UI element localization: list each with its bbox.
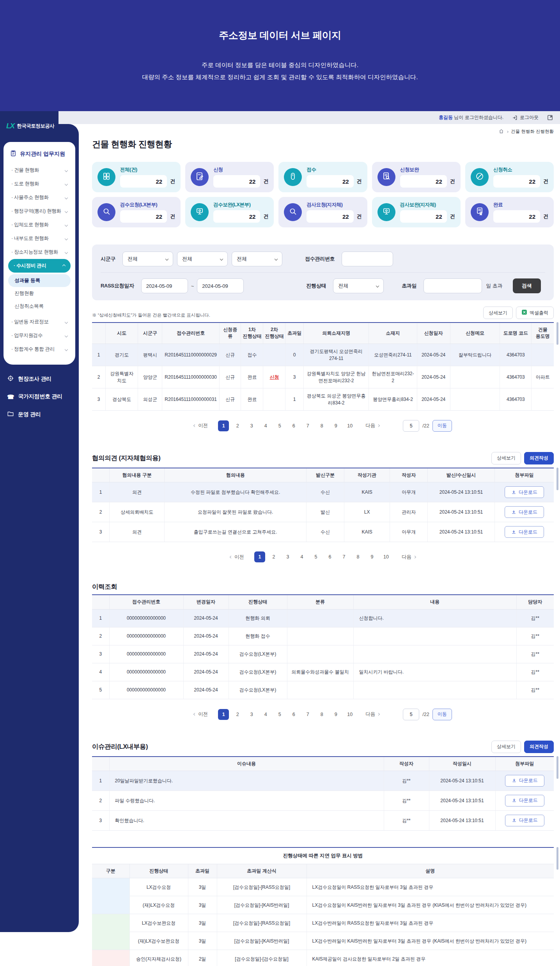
- overdue-input[interactable]: [424, 278, 482, 293]
- target-icon: [7, 375, 14, 383]
- logout-button[interactable]: 로그아웃: [512, 114, 539, 121]
- page-number-button[interactable]: 8: [316, 420, 327, 431]
- next-page-button[interactable]: 다음: [402, 554, 416, 560]
- table-cell: 다운로드: [495, 771, 554, 791]
- page-go-button[interactable]: 이동: [432, 709, 452, 720]
- hero-subtitle-1: 주로 데이터 정보를 담은 테이블 중심의 디자인하였습니다.: [0, 59, 560, 71]
- sidebar-bottom-item[interactable]: 운영 관리: [7, 410, 72, 418]
- page-number-button[interactable]: 2: [268, 551, 279, 562]
- download-button[interactable]: 다운로드: [505, 775, 544, 787]
- page-number-button[interactable]: 9: [330, 709, 341, 720]
- sidebar-item[interactable]: · 입체도로 현행화: [8, 218, 71, 232]
- sidebar-item[interactable]: · 수시정비 관리: [8, 259, 71, 273]
- status-select[interactable]: 전체: [333, 278, 384, 293]
- page-number-button[interactable]: 1: [254, 551, 265, 562]
- delay-table-wrapper: 진행상태에 따른 지연 업무 표시 방법구분진행상태초과일초과일 계산식설명LX…: [92, 847, 554, 966]
- issue-write-button[interactable]: 의견작성: [524, 741, 554, 753]
- page-number-button[interactable]: 3: [246, 709, 257, 720]
- sidebar-bottom-item[interactable]: 현장조사 관리: [7, 375, 72, 383]
- page-number-button[interactable]: 6: [288, 420, 299, 431]
- date-to-input[interactable]: [197, 278, 244, 293]
- page-number-button[interactable]: 2: [232, 420, 243, 431]
- download-button[interactable]: 다운로드: [505, 486, 544, 498]
- status-card-label: 완료: [493, 202, 548, 208]
- page-number-button[interactable]: 3: [246, 420, 257, 431]
- sidebar-item[interactable]: · 업무지원검수: [8, 329, 71, 342]
- page-number-button[interactable]: 4: [260, 709, 271, 720]
- eupmyeondong-select[interactable]: 전체: [232, 252, 282, 266]
- table-cell: 1: [92, 771, 109, 791]
- date-from-input[interactable]: [141, 278, 188, 293]
- fullscreen-button[interactable]: [547, 115, 553, 121]
- sidebar-item[interactable]: · 장소지능정보 현행화: [8, 245, 71, 259]
- red-status-link[interactable]: 신청: [269, 374, 279, 380]
- sidebar-item[interactable]: · 사물주소 현행화: [8, 191, 71, 204]
- prev-page-button[interactable]: 이전: [194, 711, 208, 718]
- page-number-button[interactable]: 10: [381, 551, 392, 562]
- excel-export-button[interactable]: 엑셀출력: [516, 307, 554, 319]
- page-number-button[interactable]: 1: [218, 709, 229, 720]
- sidebar-item[interactable]: · 내부도로 현행화: [8, 232, 71, 245]
- breadcrumb: 건물 현행화 진행현황: [92, 124, 554, 135]
- page-number-button[interactable]: 5: [310, 551, 321, 562]
- sidebar-item[interactable]: · 행정구역(통리) 현행화: [8, 204, 71, 218]
- status-card-value: 22: [213, 210, 260, 223]
- page-number-button[interactable]: 7: [302, 420, 313, 431]
- page-number-button[interactable]: 6: [324, 551, 335, 562]
- page-number-button[interactable]: 2: [232, 709, 243, 720]
- download-button[interactable]: 다운로드: [505, 526, 544, 538]
- sido-select[interactable]: 전체: [122, 252, 173, 266]
- table-cell: 5: [92, 681, 109, 699]
- sidebar-bottom-item[interactable]: ☎국가지점번호 관리: [7, 393, 72, 400]
- table-cell: [검수요청일]-[RASS요청일]: [217, 878, 307, 896]
- page-number-button[interactable]: 9: [367, 551, 377, 562]
- page-number-button[interactable]: 7: [302, 709, 313, 720]
- page-jump-input[interactable]: [403, 420, 419, 432]
- consult-write-button[interactable]: 의견작성: [524, 452, 554, 464]
- page-jump-input[interactable]: [403, 709, 419, 720]
- next-page-button[interactable]: 다음: [365, 422, 379, 429]
- status-card: 검사요청(지자체)22건: [278, 197, 367, 227]
- download-button[interactable]: 다운로드: [505, 506, 544, 518]
- sidebar-item[interactable]: · 도로 현행화: [8, 177, 71, 191]
- column-header: 초과일 계산식: [217, 864, 307, 878]
- home-icon[interactable]: [499, 129, 504, 135]
- sidebar-subitem[interactable]: 신청취소목록: [8, 300, 71, 313]
- table-cell: 000000000000000: [109, 663, 183, 681]
- page-number-button[interactable]: 4: [260, 420, 271, 431]
- page-number-button[interactable]: 9: [330, 420, 341, 431]
- sigungu-select[interactable]: 전체: [177, 252, 228, 266]
- sidebar-subitem[interactable]: 진행현황: [8, 287, 71, 300]
- issue-detail-button[interactable]: 상세보기: [491, 741, 521, 753]
- chevron-down-icon: [65, 250, 68, 253]
- prev-page-button[interactable]: 이전: [194, 422, 208, 429]
- page-number-button[interactable]: 3: [282, 551, 293, 562]
- page-number-button[interactable]: 10: [344, 420, 355, 431]
- next-page-button[interactable]: 다음: [365, 711, 379, 718]
- page-number-button[interactable]: 1: [218, 420, 229, 431]
- app-logo[interactable]: LX 한국국토정보공사: [0, 111, 58, 141]
- page-number-button[interactable]: 8: [353, 551, 363, 562]
- page-number-button[interactable]: 7: [338, 551, 349, 562]
- page-number-button[interactable]: 10: [344, 709, 355, 720]
- page-number-button[interactable]: 4: [296, 551, 307, 562]
- download-button[interactable]: 다운로드: [505, 815, 544, 826]
- page-go-button[interactable]: 이동: [432, 420, 452, 432]
- sidebar-item[interactable]: · 정합계수 통합 관리: [8, 342, 71, 356]
- consult-detail-button[interactable]: 상세보기: [491, 452, 521, 464]
- sidebar-item[interactable]: · 일변동 자료정보: [8, 315, 71, 329]
- detail-view-button[interactable]: 상세보기: [483, 307, 513, 319]
- download-button[interactable]: 다운로드: [505, 795, 544, 806]
- table-cell: 김**: [516, 609, 554, 627]
- search-button[interactable]: 검색: [513, 278, 541, 293]
- sidebar-subitem[interactable]: 성과물 등록: [8, 274, 71, 287]
- sidebar: 유지관리 업무지원 · 건물 현행화· 도로 현행화· 사물주소 현행화· 행정…: [0, 124, 79, 932]
- prev-page-button[interactable]: 이전: [230, 554, 244, 560]
- page-number-button[interactable]: 5: [274, 420, 285, 431]
- sidebar-item[interactable]: · 건물 현행화: [8, 163, 71, 177]
- status-card-icon-circle: [471, 203, 489, 221]
- page-number-button[interactable]: 6: [288, 709, 299, 720]
- page-number-button[interactable]: 8: [316, 709, 327, 720]
- page-number-button[interactable]: 5: [274, 709, 285, 720]
- receipt-number-input[interactable]: [342, 252, 393, 266]
